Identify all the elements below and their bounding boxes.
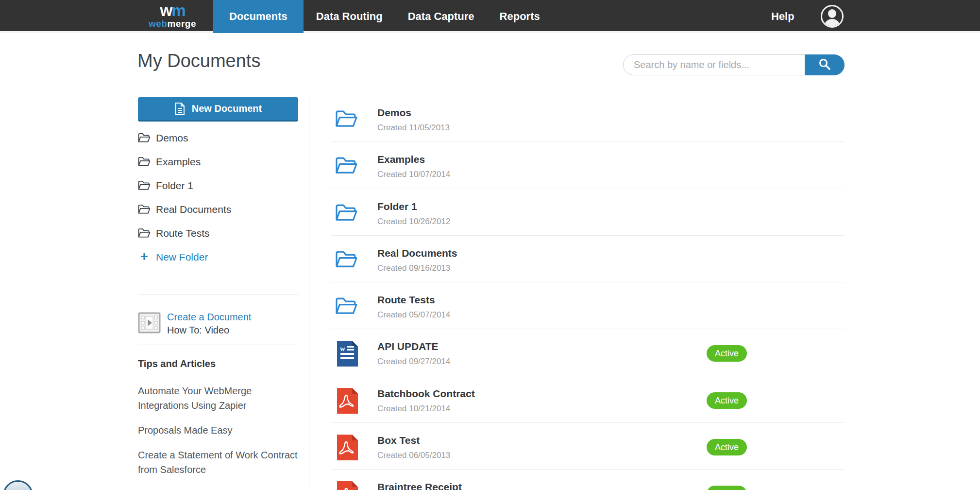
nav-tabs: DocumentsData RoutingData CaptureReports	[213, 0, 553, 33]
tab-documents[interactable]: Documents	[213, 0, 304, 33]
created-date: Created 10/26/2012	[377, 217, 450, 227]
article-link[interactable]: Create a Statement of Work Contract from…	[138, 448, 298, 477]
document-name[interactable]: Braintree Receipt	[377, 481, 462, 490]
sidebar-folder-list: Demos Examples Folder 1 Real Documents R…	[138, 126, 298, 245]
sidebar-item-real-documents[interactable]: Real Documents	[138, 197, 298, 221]
created-date: Created 09/27/2014	[377, 357, 450, 367]
status-badge: Active	[707, 345, 747, 362]
word-doc-icon: w	[337, 340, 358, 368]
search-bar	[623, 54, 845, 75]
article-link[interactable]: Automate Your WebMerge Integrations Usin…	[138, 384, 298, 413]
created-date: Created 06/05/2013	[377, 451, 450, 460]
video-icon-slot	[138, 312, 161, 335]
document-name[interactable]: Real Documents	[377, 247, 457, 259]
sidebar-divider	[138, 345, 298, 345]
help-link[interactable]: Help	[771, 0, 794, 33]
list-item[interactable]: Braintree ReceiptActive	[331, 470, 845, 490]
new-document-icon	[174, 102, 186, 116]
plus-icon: +	[138, 249, 151, 264]
status-badge: Active	[707, 392, 747, 409]
tab-data-routing[interactable]: Data Routing	[304, 0, 395, 33]
sidebar-divider	[138, 295, 298, 295]
logo-mark-icon: wm	[139, 2, 206, 19]
folder-icon	[335, 249, 358, 269]
folder-icon	[335, 203, 358, 225]
user-avatar-icon[interactable]	[821, 5, 844, 28]
sidebar-item-folder-1[interactable]: Folder 1	[138, 174, 298, 197]
pdf-doc-icon	[337, 434, 358, 460]
list-item[interactable]: Box TestCreated 06/05/2013Active	[331, 423, 845, 470]
status-badge: Active	[707, 486, 747, 490]
pdf-doc-icon	[337, 387, 358, 416]
folder-icon	[138, 228, 151, 239]
tab-data-capture[interactable]: Data Capture	[395, 0, 487, 33]
word-doc-icon: w	[337, 340, 358, 367]
new-document-label: New Document	[192, 103, 262, 114]
list-item[interactable]: Real DocumentsCreated 09/16/2013	[331, 236, 845, 282]
search-icon	[818, 57, 831, 71]
created-date: Created 09/16/2013	[377, 263, 457, 273]
sidebar-item-route-tests[interactable]: Route Tests	[138, 221, 298, 245]
article-link[interactable]: Proposals Made Easy	[138, 423, 298, 438]
sidebar-folder-label: Route Tests	[156, 228, 210, 239]
list-item[interactable]: w API UPDATECreated 09/27/2014Active	[331, 329, 845, 376]
pdf-doc-icon	[337, 481, 358, 490]
svg-text:w: w	[340, 345, 345, 352]
folder-icon	[335, 109, 358, 131]
new-folder-button[interactable]: + New Folder	[138, 245, 298, 269]
webmerge-logo[interactable]: wm webmerge	[139, 2, 206, 28]
folder-icon	[335, 296, 358, 318]
document-name[interactable]: Demos	[377, 107, 450, 119]
list-item[interactable]: Batchbook ContractCreated 10/21/2014Acti…	[331, 376, 845, 423]
sidebar-folder-label: Folder 1	[156, 180, 193, 192]
document-name[interactable]: Box Test	[377, 435, 450, 446]
folder-icon	[335, 296, 358, 316]
list-item[interactable]: DemosCreated 11/05/2013	[331, 95, 845, 142]
document-list: DemosCreated 11/05/2013 ExamplesCreated …	[331, 95, 845, 490]
top-navbar: wm webmerge DocumentsData RoutingData Ca…	[0, 0, 980, 33]
folder-icon	[335, 109, 358, 129]
content-divider	[309, 94, 309, 490]
folder-icon	[335, 203, 358, 223]
pdf-doc-icon	[337, 481, 358, 490]
avatar-head	[828, 9, 836, 18]
support-chat-bubble-icon[interactable]	[3, 480, 33, 490]
sidebar-item-examples[interactable]: Examples	[138, 150, 298, 174]
document-name[interactable]: Examples	[377, 154, 450, 165]
created-date: Created 10/07/2014	[377, 170, 450, 179]
pdf-doc-icon	[337, 434, 358, 462]
document-name[interactable]: API UPDATE	[377, 341, 450, 352]
document-name[interactable]: Route Tests	[377, 294, 450, 306]
howto-video-block[interactable]: Create a Document How To: Video	[138, 313, 298, 335]
list-item[interactable]: Folder 1Created 10/26/2012	[331, 189, 845, 236]
tips-article-list: Automate Your WebMerge Integrations Usin…	[138, 384, 298, 477]
sidebar-item-demos[interactable]: Demos	[138, 126, 298, 150]
status-badge: Active	[707, 439, 747, 455]
tips-heading: Tips and Articles	[138, 358, 298, 369]
folder-icon	[335, 156, 358, 175]
list-item[interactable]: Route TestsCreated 05/07/2014	[331, 282, 845, 329]
new-document-button[interactable]: New Document	[138, 97, 298, 122]
list-item[interactable]: ExamplesCreated 10/07/2014	[331, 142, 845, 189]
sidebar-folder-label: Demos	[156, 132, 188, 144]
sidebar: New Document Demos Examples Folder 1 Rea…	[138, 97, 298, 487]
avatar-shoulders	[824, 19, 840, 28]
folder-icon	[335, 249, 358, 271]
pdf-doc-icon	[337, 387, 358, 414]
sidebar-folder-label: Examples	[156, 156, 201, 168]
folder-icon	[138, 156, 151, 167]
document-name[interactable]: Batchbook Contract	[377, 388, 475, 400]
page-title: My Documents	[137, 51, 260, 71]
folder-icon	[138, 204, 151, 215]
created-date: Created 10/21/2014	[377, 404, 475, 414]
create-a-document-link[interactable]: Create a Document	[167, 311, 251, 324]
folder-icon	[138, 180, 151, 191]
video-icon	[138, 312, 161, 333]
search-button[interactable]	[805, 54, 845, 75]
howto-video-caption: How To: Video	[167, 324, 251, 337]
created-date: Created 05/07/2014	[377, 310, 450, 320]
folder-icon	[335, 156, 358, 177]
sidebar-folder-label: Real Documents	[156, 204, 231, 215]
tab-reports[interactable]: Reports	[487, 0, 553, 33]
document-name[interactable]: Folder 1	[377, 201, 450, 212]
